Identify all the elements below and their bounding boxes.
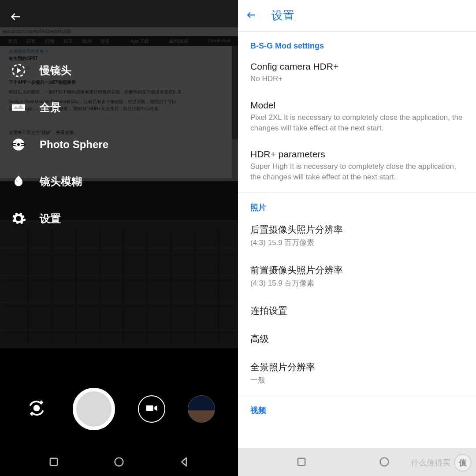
watermark: 什么值得买 值 [411, 454, 472, 472]
settings-icon [10, 210, 27, 227]
mode-panorama[interactable]: 全景 [0, 89, 238, 126]
mode-slow-motion[interactable]: 慢镜头 [0, 52, 238, 89]
section-header: 照片 [238, 193, 476, 216]
nav-home-button[interactable] [113, 456, 125, 468]
row-front-resolution[interactable]: 前置摄像头照片分辨率 (4:3) 15.9 百万像素 [238, 256, 476, 297]
mode-label: 镜头模糊 [40, 175, 82, 189]
svg-point-4 [34, 406, 39, 411]
settings-pane: 设置 B-S-G Mod settings Config camera HDR+… [238, 0, 476, 476]
mode-label: Photo Sphere [40, 138, 108, 151]
videocam-icon [145, 402, 158, 416]
video-mode-button[interactable] [138, 395, 165, 423]
lensblur-icon [10, 173, 27, 190]
page-title: 设置 [271, 8, 294, 23]
row-rear-resolution[interactable]: 后置摄像头照片分辨率 (4:3) 15.9 百万像素 [238, 216, 476, 256]
mode-lens-blur[interactable]: 镜头模糊 [0, 163, 238, 200]
row-model[interactable]: Model Pixel 2XL It is necessary to compl… [238, 92, 476, 141]
section-video: 视频 [238, 395, 476, 420]
svg-point-3 [17, 143, 21, 147]
arrow-left-icon [246, 14, 257, 22]
row-burst-settings[interactable]: 连拍设置 [238, 297, 476, 325]
settings-header: 设置 [238, 0, 476, 32]
row-panorama-resolution[interactable]: 全景照片分辨率 一般 [238, 353, 476, 394]
back-button[interactable] [7, 9, 25, 26]
shutter-button[interactable] [73, 388, 115, 430]
camera-bottom-bar [0, 348, 238, 448]
row-advanced[interactable]: 高级 [238, 325, 476, 353]
mode-label: 慢镜头 [40, 63, 71, 78]
watermark-badge-icon: 值 [454, 454, 472, 472]
nav-back-button[interactable] [178, 456, 190, 468]
nav-recent-button[interactable] [48, 456, 60, 468]
mode-photosphere[interactable]: Photo Sphere [0, 126, 238, 163]
section-photo: 照片 后置摄像头照片分辨率 (4:3) 15.9 百万像素 前置摄像头照片分辨率… [238, 192, 476, 395]
mode-settings[interactable]: 设置 [0, 200, 238, 237]
camera-switch-icon [27, 398, 46, 420]
android-navbar-left [0, 448, 238, 476]
slowmo-icon [10, 62, 27, 79]
switch-camera-button[interactable] [23, 395, 50, 423]
camera-mode-list: 慢镜头 全景 Photo Sphere 镜头模糊 [0, 52, 238, 237]
mode-label: 全景 [40, 100, 61, 115]
panorama-icon [10, 99, 27, 116]
section-bsg-mod: B-S-G Mod settings Config camera HDR+ No… [238, 32, 476, 192]
section-header: 视频 [238, 395, 476, 418]
nav-home-button[interactable] [378, 456, 390, 468]
gallery-thumbnail[interactable] [188, 395, 215, 423]
nav-recent-button[interactable] [295, 456, 308, 468]
photosphere-icon [10, 136, 27, 153]
settings-body[interactable]: B-S-G Mod settings Config camera HDR+ No… [238, 32, 476, 448]
row-hdr-parameters[interactable]: HDR+ parameters Super High It is necessa… [238, 141, 476, 190]
mode-label: 设置 [40, 212, 61, 226]
arrow-left-icon [10, 11, 22, 25]
section-header: B-S-G Mod settings [238, 32, 476, 53]
svg-point-6 [115, 458, 123, 466]
svg-rect-7 [298, 458, 305, 465]
back-button[interactable] [246, 10, 257, 22]
svg-rect-5 [50, 458, 57, 465]
svg-point-8 [380, 458, 389, 466]
watermark-text: 什么值得买 [411, 457, 450, 468]
camera-app-pane: test.smzdm.com/p/5403/edit/41086 首页 好价 好… [0, 0, 238, 476]
row-config-hdr[interactable]: Config camera HDR+ No HDR+ [238, 53, 476, 92]
